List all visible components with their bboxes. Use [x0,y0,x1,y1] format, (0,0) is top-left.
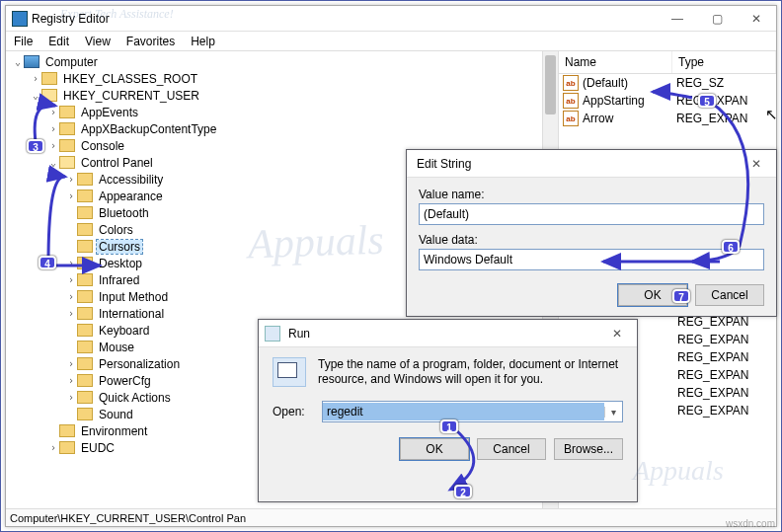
tree-label: HKEY_CURRENT_USER [61,89,201,103]
string-value-icon: ab [563,75,579,91]
folder-icon [77,240,93,253]
browse-button[interactable]: Browse... [554,438,623,460]
folder-icon [77,206,93,219]
expander-icon[interactable]: › [47,107,59,117]
value-name-field[interactable] [419,203,764,225]
expander-icon[interactable]: › [47,442,59,453]
value-row[interactable]: ab(Default)REG_SZ [559,74,776,92]
close-button[interactable]: ✕ [597,321,637,346]
chevron-down-icon[interactable]: ▾ [604,407,622,418]
statusbar: Computer\HKEY_CURRENT_USER\Control Pan [6,508,776,526]
folder-icon [77,341,93,353]
expander-icon[interactable]: › [65,174,77,185]
folder-icon [77,307,93,320]
menu-favorites[interactable]: Favorites [122,33,179,50]
tree-item-appevents[interactable]: ›AppEvents [47,104,558,120]
folder-icon [41,89,57,102]
value-type: REG_EXPAN [677,404,776,418]
tree-label: International [97,307,166,321]
window-title: Registry Editor [28,12,658,26]
expander-icon[interactable]: › [65,291,77,302]
folder-icon [77,223,93,236]
cancel-button[interactable]: Cancel [695,284,764,306]
folder-icon [77,257,93,269]
value-data-label: Value data: [419,233,764,247]
ok-button[interactable]: OK [400,438,469,460]
menu-edit[interactable]: Edit [44,33,73,50]
tree-item-hkey-classes-root[interactable]: ›HKEY_CLASSES_ROOT [30,70,558,87]
expander-icon[interactable]: › [65,308,77,319]
tree-label: Accessibility [97,173,165,187]
value-row[interactable]: abArrowREG_EXPAN [559,110,776,127]
folder-icon [77,324,93,337]
menubar: File Edit View Favorites Help [6,32,776,51]
expander-icon[interactable]: ⌄ [30,90,41,101]
maximize-button[interactable]: ▢ [697,6,737,32]
tree-label: Infrared [97,273,141,287]
value-name-label: Value name: [419,188,764,201]
close-button[interactable]: ✕ [737,151,776,177]
tree-label: Cursors [97,240,142,254]
tree-item-computer[interactable]: ⌄Computer [12,53,558,70]
run-description: Type the name of a program, folder, docu… [318,357,623,387]
source-note: wsxdn.com [726,518,775,529]
col-header-name[interactable]: Name [559,51,672,73]
string-value-icon: ab [563,111,579,126]
value-data-field[interactable] [419,249,764,270]
cancel-button[interactable]: Cancel [477,438,546,460]
value-type: REG_EXPAN [677,333,776,346]
open-combobox[interactable]: ▾ [322,401,623,422]
annotation-badge-4: 4 [39,256,56,269]
tree-label: Bluetooth [97,206,151,220]
run-icon [265,326,280,342]
menu-view[interactable]: View [81,33,115,50]
expander-icon[interactable]: › [47,140,59,151]
dialog-title: Run [284,327,597,341]
expander-icon[interactable]: › [30,73,41,84]
menu-file[interactable]: File [10,33,37,50]
app-icon: ​ [12,11,28,27]
tree-item-appxbackupcontenttype[interactable]: ›AppXBackupContentType [47,120,558,137]
annotation-badge-2: 2 [454,485,472,498]
expander-icon[interactable]: › [65,358,77,369]
expander-icon[interactable]: › [65,190,77,201]
tree-label: Personalization [97,357,182,371]
folder-icon [59,441,75,454]
tree-label: Sound [97,408,135,421]
close-button[interactable]: ✕ [737,6,776,32]
tree-label: Control Panel [79,156,155,170]
run-dialog: Run ✕ Type the name of a program, folder… [258,319,638,502]
expander-icon[interactable]: › [65,274,77,285]
folder-icon [77,190,93,202]
value-type: REG_EXPAN [677,315,776,329]
tree-label: Quick Actions [97,391,173,405]
tree-item-hkey-current-user[interactable]: ⌄HKEY_CURRENT_USER [30,87,558,104]
value-row[interactable]: abAppStartingREG_EXPAN [559,92,776,110]
folder-icon [41,72,57,85]
folder-icon [77,391,93,404]
folder-icon [59,106,75,118]
value-type: REG_EXPAN [677,386,776,400]
tree-label: AppEvents [79,106,140,119]
tree-label: HKEY_CLASSES_ROOT [61,72,199,86]
menu-help[interactable]: Help [187,33,219,50]
minimize-button[interactable]: — [658,6,697,32]
expander-icon[interactable]: › [65,392,77,403]
value-type: REG_EXPAN [677,368,776,382]
annotation-badge-7: 7 [672,289,690,303]
tree-label: Keyboard [97,324,151,338]
expander-icon[interactable]: › [47,123,59,134]
folder-icon [77,374,93,387]
annotation-badge-3: 3 [27,139,44,153]
expander-icon[interactable]: › [65,375,77,386]
open-input[interactable] [323,403,604,420]
tree-label: AppXBackupContentType [79,122,218,136]
expander-icon[interactable]: ⌄ [47,157,59,168]
tree-label: Colors [97,223,135,237]
folder-icon [59,122,75,135]
col-header-type[interactable]: Type [672,51,776,73]
folder-icon [59,424,75,437]
expander-icon[interactable]: ⌄ [12,56,24,67]
computer-icon [24,55,39,68]
expander-icon[interactable]: › [65,258,77,268]
